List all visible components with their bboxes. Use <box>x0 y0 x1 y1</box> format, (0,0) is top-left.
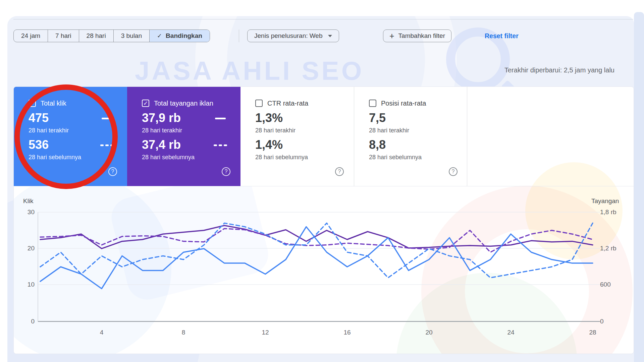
solid-line-indicator-icon <box>102 118 112 119</box>
metric-card-posisi[interactable]: Posisi rata-rata 7,5 28 hari terakhir 8,… <box>354 87 467 186</box>
checkbox-checked[interactable]: ✓ <box>142 100 149 107</box>
tab-bandingkan[interactable]: ✓ Bandingkan <box>150 30 210 42</box>
add-filter-button[interactable]: + Tambahkan filter <box>383 29 451 42</box>
metric-label: CTR rata-rata <box>267 99 308 108</box>
metric-current-value: 1,3% <box>255 111 283 125</box>
metric-previous-period: 28 hari sebelumnya <box>29 154 81 161</box>
panel-top-divider <box>13 19 633 19</box>
metric-current-period: 28 hari terakhir <box>29 127 69 134</box>
metric-label: Total tayangan iklan <box>154 99 213 108</box>
search-type-dropdown[interactable]: Jenis penelusuran: Web <box>247 29 339 42</box>
help-icon[interactable]: ? <box>222 167 230 176</box>
dashed-line-indicator-icon <box>100 144 114 146</box>
tab-24-jam[interactable]: 24 jam <box>14 30 48 42</box>
performance-line-chart[interactable] <box>14 188 634 354</box>
metric-previous-value: 8,8 <box>369 138 386 152</box>
checkbox-unchecked[interactable] <box>255 100 263 107</box>
dashed-line-indicator-icon <box>214 144 227 146</box>
help-icon[interactable]: ? <box>335 167 344 176</box>
tab-bandingkan-label: Bandingkan <box>166 30 202 42</box>
metric-current-period: 28 hari terakhir <box>142 127 182 134</box>
metric-label: Posisi rata-rata <box>381 99 426 108</box>
metric-previous-period: 28 hari sebelumnya <box>255 154 308 161</box>
metric-previous-value: 37,4 rb <box>142 138 181 152</box>
tab-7-hari[interactable]: 7 hari <box>48 30 79 42</box>
watermark-text: JASA AHLI SEO <box>135 56 364 86</box>
metric-label: Total klik <box>41 99 66 108</box>
add-filter-label: Tambahkan filter <box>398 32 445 40</box>
metric-current-value: 7,5 <box>369 111 386 125</box>
reset-filter-link[interactable]: Reset filter <box>485 29 519 42</box>
metric-current-period: 28 hari terakhir <box>255 127 296 134</box>
check-icon: ✓ <box>143 100 148 107</box>
chevron-down-icon <box>328 35 332 37</box>
last-updated-text: Terakhir diperbarui: 2,5 jam yang lalu <box>504 66 614 74</box>
metric-current-value: 475 <box>29 111 49 125</box>
metric-previous-value: 536 <box>29 138 49 152</box>
date-range-segmented-control: 24 jam 7 hari 28 hari 3 bulan ✓ Bandingk… <box>13 29 210 42</box>
metric-card-total-klik[interactable]: ✓ Total klik 475 28 hari terakhir 536 28… <box>14 87 127 186</box>
checkbox-checked[interactable]: ✓ <box>29 100 36 107</box>
solid-line-indicator-icon <box>215 118 226 119</box>
metric-current-period: 28 hari terakhir <box>369 127 409 134</box>
filter-bar-divider <box>239 29 239 42</box>
metric-previous-period: 28 hari sebelumnya <box>142 154 195 161</box>
checkbox-unchecked[interactable] <box>369 100 376 107</box>
metric-previous-value: 1,4% <box>255 138 283 152</box>
help-icon[interactable]: ? <box>108 167 117 176</box>
plus-icon: + <box>389 30 394 42</box>
metric-previous-period: 28 hari sebelumnya <box>369 154 422 161</box>
metric-card-ctr[interactable]: CTR rata-rata 1,3% 28 hari terakhir 1,4%… <box>240 87 354 186</box>
help-icon[interactable]: ? <box>449 167 458 176</box>
performance-card: ✓ Total klik 475 28 hari terakhir 536 28… <box>13 86 634 354</box>
check-icon: ✓ <box>157 30 162 42</box>
tab-28-hari[interactable]: 28 hari <box>79 30 114 42</box>
page-right-gutter <box>634 12 644 362</box>
series-left-dashed <box>40 223 593 278</box>
tab-3-bulan[interactable]: 3 bulan <box>114 30 150 42</box>
check-icon: ✓ <box>30 100 35 107</box>
metric-band-divider <box>14 186 634 186</box>
chart-series-group <box>40 223 593 289</box>
metric-card-total-tayangan[interactable]: ✓ Total tayangan iklan 37,9 rb 28 hari t… <box>127 87 240 186</box>
metric-current-value: 37,9 rb <box>142 111 181 125</box>
search-type-label: Jenis penelusuran: Web <box>254 32 323 40</box>
